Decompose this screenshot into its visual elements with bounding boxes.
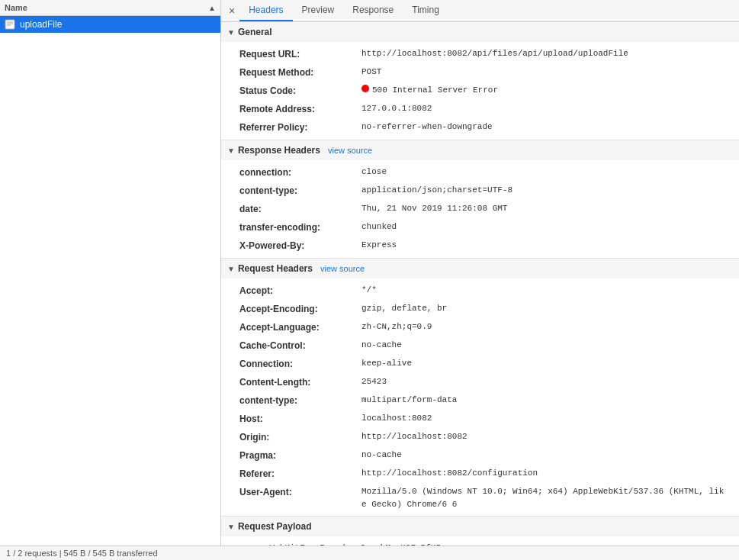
resp-val-0: close xyxy=(361,166,387,179)
req-row-8: Origin: http://localhost:8082 xyxy=(221,428,739,446)
general-section-header[interactable]: ▼ General xyxy=(221,22,739,42)
general-val-2: 500 Internal Server Error xyxy=(361,84,498,98)
resp-key-3: transfer-encoding: xyxy=(239,220,361,234)
general-key-4: Referrer Policy: xyxy=(239,121,361,134)
file-item-uploadfile[interactable]: uploadFile xyxy=(0,16,220,33)
req-key-2: Accept-Language: xyxy=(239,320,361,334)
req-key-9: Pragma: xyxy=(239,449,361,462)
resp-key-2: date: xyxy=(239,202,361,216)
req-val-1: gzip, deflate, br xyxy=(361,302,447,316)
request-headers-title: Request Headers xyxy=(238,263,313,274)
general-key-0: Request URL: xyxy=(239,47,361,61)
req-val-6: multipart/form-data xyxy=(361,394,457,407)
req-key-7: Host: xyxy=(239,412,361,426)
resp-row-0: connection: close xyxy=(221,163,739,182)
req-row-1: Accept-Encoding: gzip, deflate, br xyxy=(221,300,739,318)
tab-bar: × Headers Preview Response Timing xyxy=(221,0,739,22)
req-key-6: content-type: xyxy=(239,394,361,407)
req-row-9: Pragma: no-cache xyxy=(221,446,739,465)
resp-row-2: date: Thu, 21 Nov 2019 11:26:08 GMT xyxy=(221,200,739,218)
left-header: Name ▲ xyxy=(0,0,220,16)
resp-val-1: application/json;charset=UTF-8 xyxy=(361,184,512,198)
req-key-10: Referer: xyxy=(239,467,361,481)
request-payload-section: ▼ Request Payload ------WebKitFormBounda… xyxy=(221,517,739,546)
request-headers-toggle-icon: ▼ xyxy=(227,265,235,273)
req-key-5: Content-Length: xyxy=(239,375,361,389)
main-container: Name ▲ uploadFile × Headers xyxy=(0,0,739,546)
status-bar-text: 1 / 2 requests | 545 B / 545 B transferr… xyxy=(6,549,158,558)
req-val-11: Mozilla/5.0 (Windows NT 10.0; Win64; x64… xyxy=(361,485,727,510)
resp-row-3: transfer-encoding: chunked xyxy=(221,218,739,237)
request-headers-section-header[interactable]: ▼ Request Headers view source xyxy=(221,259,739,278)
file-item-label: uploadFile xyxy=(20,19,62,30)
response-headers-section: ▼ Response Headers view source connectio… xyxy=(221,140,739,259)
req-row-5: Content-Length: 25423 xyxy=(221,373,739,391)
req-row-11: User-Agent: Mozilla/5.0 (Windows NT 10.0… xyxy=(221,483,739,513)
req-val-7: localhost:8082 xyxy=(361,412,432,426)
response-headers-body: connection: close content-type: applicat… xyxy=(221,160,739,258)
request-headers-section: ▼ Request Headers view source Accept: */… xyxy=(221,259,739,517)
general-row-1: Request Method: POST xyxy=(221,63,739,82)
req-key-1: Accept-Encoding: xyxy=(239,302,361,316)
req-val-10: http://localhost:8082/configuration xyxy=(361,467,538,481)
file-list: uploadFile xyxy=(0,16,220,546)
right-panel: × Headers Preview Response Timing ▼ Gene… xyxy=(221,0,739,546)
general-row-2: Status Code: 500 Internal Server Error xyxy=(221,82,739,100)
left-panel: Name ▲ uploadFile xyxy=(0,0,221,546)
file-icon xyxy=(5,19,15,30)
tab-response[interactable]: Response xyxy=(343,0,403,21)
req-key-3: Cache-Control: xyxy=(239,339,361,352)
req-val-3: no-cache xyxy=(361,339,402,352)
resp-val-4: Express xyxy=(361,239,397,253)
req-val-4: keep-alive xyxy=(361,357,412,371)
resp-key-1: content-type: xyxy=(239,184,361,198)
req-val-5: 25423 xyxy=(361,375,387,389)
response-headers-view-source-link[interactable]: view source xyxy=(328,146,372,155)
request-headers-view-source-link[interactable]: view source xyxy=(320,264,365,273)
tab-headers[interactable]: Headers xyxy=(239,0,292,21)
req-row-7: Host: localhost:8082 xyxy=(221,410,739,428)
response-headers-toggle-icon: ▼ xyxy=(227,146,235,155)
general-val-1: POST xyxy=(361,66,381,79)
response-headers-title: Response Headers xyxy=(238,145,320,156)
name-column-header: Name xyxy=(5,3,205,12)
general-row-0: Request URL: http://localhost:8082/api/f… xyxy=(221,45,739,63)
general-key-2: Status Code: xyxy=(239,84,361,98)
resp-row-4: X-Powered-By: Express xyxy=(221,237,739,255)
request-payload-title: Request Payload xyxy=(238,521,312,532)
general-row-3: Remote Address: 127.0.0.1:8082 xyxy=(221,100,739,118)
svg-rect-0 xyxy=(5,20,14,29)
general-val-4: no-referrer-when-downgrade xyxy=(361,121,493,134)
resp-key-4: X-Powered-By: xyxy=(239,239,361,253)
req-key-8: Origin: xyxy=(239,430,361,444)
request-payload-body: ------WebKitFormBoundaryQnpwbMzgK0FeBfK5… xyxy=(221,536,739,546)
request-payload-section-header[interactable]: ▼ Request Payload xyxy=(221,517,739,536)
general-section: ▼ General Request URL: http://localhost:… xyxy=(221,22,739,140)
general-row-4: Referrer Policy: no-referrer-when-downgr… xyxy=(221,118,739,137)
tab-preview[interactable]: Preview xyxy=(293,0,344,21)
req-key-4: Connection: xyxy=(239,357,361,371)
req-key-0: Accept: xyxy=(239,284,361,298)
resp-row-1: content-type: application/json;charset=U… xyxy=(221,182,739,200)
req-row-2: Accept-Language: zh-CN,zh;q=0.9 xyxy=(221,318,739,336)
req-row-3: Cache-Control: no-cache xyxy=(221,336,739,355)
status-dot-icon xyxy=(361,85,369,92)
payload-row-0: ------WebKitFormBoundaryQnpwbMzgK0FeBfK5 xyxy=(221,539,739,546)
resp-val-3: chunked xyxy=(361,220,397,234)
req-key-11: User-Agent: xyxy=(239,485,361,510)
request-headers-body: Accept: */* Accept-Encoding: gzip, defla… xyxy=(221,278,739,516)
resp-val-2: Thu, 21 Nov 2019 11:26:08 GMT xyxy=(361,202,507,216)
resp-key-0: connection: xyxy=(239,166,361,179)
tab-close-button[interactable]: × xyxy=(224,2,239,20)
response-headers-section-header[interactable]: ▼ Response Headers view source xyxy=(221,140,739,160)
request-payload-toggle-icon: ▼ xyxy=(227,523,235,531)
req-row-6: content-type: multipart/form-data xyxy=(221,391,739,410)
req-val-9: no-cache xyxy=(361,449,402,462)
general-body: Request URL: http://localhost:8082/api/f… xyxy=(221,42,739,140)
tab-timing[interactable]: Timing xyxy=(403,0,448,21)
req-row-4: Connection: keep-alive xyxy=(221,355,739,373)
general-val-0: http://localhost:8082/api/files/api/uplo… xyxy=(361,47,628,61)
status-bar: 1 / 2 requests | 545 B / 545 B transferr… xyxy=(0,546,739,560)
general-title: General xyxy=(238,27,272,37)
req-val-0: */* xyxy=(361,284,377,298)
